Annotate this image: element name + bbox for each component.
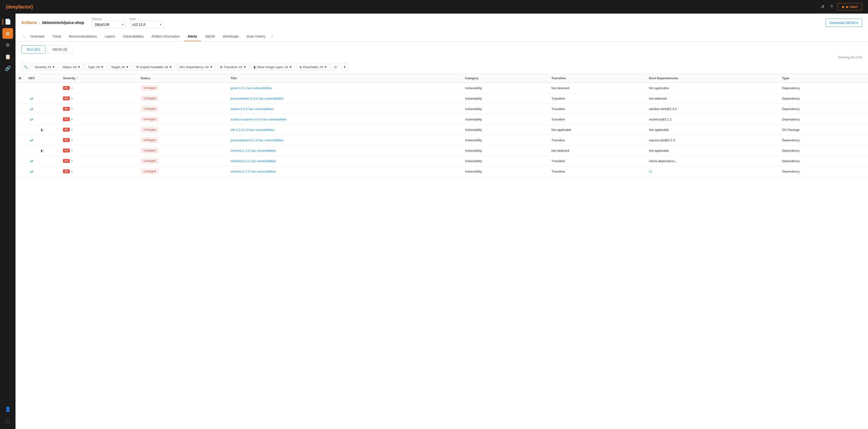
severity-dropdown-btn[interactable]: ▼ <box>71 160 73 162</box>
row-category: Vulnerability <box>462 156 549 166</box>
severity-dropdown-btn[interactable]: ▼ <box>71 128 73 131</box>
root-deps-link[interactable]: 11 <box>649 170 652 173</box>
sub-tab-sbom[interactable]: SBOM (9) <box>47 45 72 54</box>
sidebar-item-user[interactable]: 👤 <box>2 404 13 414</box>
severity-dropdown-btn[interactable]: ▼ <box>71 139 73 142</box>
download-sbom-button[interactable]: Download SBOM ▾ <box>826 19 862 27</box>
row-transitive: Transitive <box>549 114 646 124</box>
severity-dropdown-btn[interactable]: ▼ <box>71 97 73 100</box>
severity-dropdown-btn[interactable]: ▼ <box>71 118 73 121</box>
table-body: P1▼Untriagedgrowl:1.5.1 has vulnerabilit… <box>16 83 868 177</box>
tab-workloads[interactable]: Workloads <box>219 32 243 41</box>
row-col5 <box>53 124 60 135</box>
build-select[interactable]: v12.11.0 <box>130 21 164 28</box>
sidebar-item-links[interactable]: 🔗 <box>2 63 13 74</box>
status-filter[interactable]: Status: All ▼ <box>60 64 83 70</box>
row-severity: P1▼ <box>60 93 137 104</box>
tab-sbom[interactable]: SBOM <box>201 32 219 41</box>
title-link[interactable]: growl:1.5.1 has vulnerabilities <box>230 86 272 90</box>
tab-layers[interactable]: Layers <box>101 32 119 41</box>
row-col4 <box>46 124 53 135</box>
row-root-deps: socket.io@3.1.2 <box>646 114 779 124</box>
grid-icon: ⊞ <box>6 31 10 36</box>
sidebar-item-documents[interactable]: 📋 <box>2 51 13 62</box>
status-badge: Untriaged <box>141 137 159 143</box>
tab-vulnerabilities[interactable]: Vulnerabilities <box>119 32 148 41</box>
title-link[interactable]: minimist:0.2.1 has vulnerabilities <box>230 159 276 163</box>
tab-artifact-information[interactable]: Artifact Information <box>148 32 184 41</box>
title-link[interactable]: minimist:1.2.5 has vulnerabilities <box>230 170 276 173</box>
severity-filter[interactable]: Severity: All ▼ <box>32 64 58 70</box>
sidebar-item-file[interactable]: 📄 <box>2 17 13 27</box>
transitive-filter-label: Transitive: All <box>223 65 242 69</box>
row-category: Vulnerability <box>462 83 549 93</box>
sub-tab-sca[interactable]: SCA (62) <box>21 45 45 54</box>
title-link[interactable]: socket.io-parser:4.0.4 has vulnerabiliti… <box>230 118 287 121</box>
row-sort-col <box>16 156 26 166</box>
title-link[interactable]: jsonwebtoken:0.1.0 has vulnerabilities <box>230 138 284 142</box>
view-toggle-button[interactable]: ⊟ <box>332 63 339 70</box>
download-button[interactable]: ⬇ <box>341 63 348 70</box>
reachable-filter[interactable]: ⊕ Reachable: All ▼ <box>297 64 330 70</box>
breadcrumb-artifacts-link[interactable]: Artifacts <box>21 21 37 25</box>
row-title: zlib:1.2.11-r3 has vulnerabilities <box>228 124 462 135</box>
title-link[interactable]: minimist:1.2.5 has vulnerabilities <box>230 149 276 152</box>
col-severity[interactable]: Severity ↑ <box>60 74 137 83</box>
dev-dependency-filter[interactable]: Dev Dependency: All ▼ <box>177 64 216 70</box>
breadcrumb: Artifacts › bkimminich/juice-shop Releas… <box>21 18 862 28</box>
title-link[interactable]: jsonwebtoken:0.4.0 has vulnerabilities <box>230 97 284 101</box>
row-title: minimist:0.2.1 has vulnerabilities <box>228 156 462 166</box>
severity-dropdown-btn[interactable]: ▼ <box>71 149 73 152</box>
severity-filter-label: Severity: All <box>35 65 51 69</box>
target-filter[interactable]: Target: All ▼ <box>108 64 132 70</box>
start-button[interactable]: ▶ ▶ Start <box>837 3 862 10</box>
tab-prev-button[interactable]: ‹ <box>21 33 26 40</box>
row-col5 <box>53 166 60 177</box>
status-badge: Untriaged <box>141 158 159 164</box>
title-link[interactable]: zlib:1.2.11-r3 has vulnerabilities <box>230 128 275 132</box>
tab-recommendations[interactable]: Recommendations <box>65 32 101 41</box>
severity-dropdown-btn[interactable]: ▼ <box>71 170 73 173</box>
tab-scan-history[interactable]: Scan History <box>242 32 269 41</box>
release-select[interactable]: 1BzyI11R <box>92 21 126 28</box>
tab-next-button[interactable]: › <box>270 33 275 40</box>
tab-trend[interactable]: Trend <box>49 32 65 41</box>
base-image-chevron-icon: ▼ <box>289 65 292 69</box>
transitive-filter[interactable]: ⊞ Transitive: All ▼ <box>217 64 249 70</box>
tab-overview[interactable]: Overview <box>26 32 48 41</box>
status-badge: Untriaged <box>141 169 159 174</box>
row-col4 <box>46 166 53 177</box>
search-button[interactable]: 🔍 <box>21 63 30 71</box>
main-content: Artifacts › bkimminich/juice-shop Releas… <box>16 13 868 429</box>
row-root-deps: Not applicable <box>646 145 779 156</box>
help-button[interactable]: ? <box>829 3 834 10</box>
col-transitive: Transitive <box>549 74 646 83</box>
type-filter[interactable]: Type: All ▼ <box>85 64 106 70</box>
table-row: ⇄P1▼Untriagedsocket.io-parser:4.0.4 has … <box>16 114 868 124</box>
sidebar-item-settings[interactable]: ⚙ <box>2 40 13 50</box>
row-sort-col <box>16 83 26 93</box>
sidebar-item-dashboard[interactable]: ⊞ <box>2 28 13 39</box>
row-title: minimist:1.2.5 has vulnerabilities <box>228 145 462 156</box>
transitive-dep-icon: ⇄ <box>26 114 38 124</box>
p1-badge: P1 <box>63 159 70 163</box>
row-transitive: Transitive <box>549 166 646 177</box>
refresh-button[interactable]: ↺ <box>820 3 826 10</box>
tabs-nav: ‹ Overview Trend Recommendations Layers … <box>21 32 862 41</box>
table-row: ◧P1▼Untriagedminimist:1.2.5 has vulnerab… <box>16 145 868 156</box>
row-root-deps: Not detected <box>646 93 779 104</box>
row-col4 <box>46 83 53 93</box>
exploit-filter[interactable]: ⚙ Exploit Available: All ▼ <box>133 64 175 70</box>
row-layer-col <box>38 166 46 177</box>
base-image-filter[interactable]: ◧ Base Image Layer: All ▼ <box>251 64 295 70</box>
col-category: Category <box>462 74 549 83</box>
p1-badge: P1 <box>63 117 70 121</box>
col-icon1 <box>38 74 46 83</box>
sidebar-item-logout[interactable]: ⬚ <box>2 416 13 426</box>
row-transitive: Not applicable <box>549 124 646 135</box>
severity-dropdown-btn[interactable]: ▼ <box>71 108 73 110</box>
severity-dropdown-btn[interactable]: ▼ <box>71 87 73 89</box>
p1-badge: P1 <box>63 169 70 173</box>
title-link[interactable]: lodash:2.4.2 has vulnerabilities <box>230 107 274 111</box>
tab-alerts[interactable]: Alerts <box>184 32 201 41</box>
